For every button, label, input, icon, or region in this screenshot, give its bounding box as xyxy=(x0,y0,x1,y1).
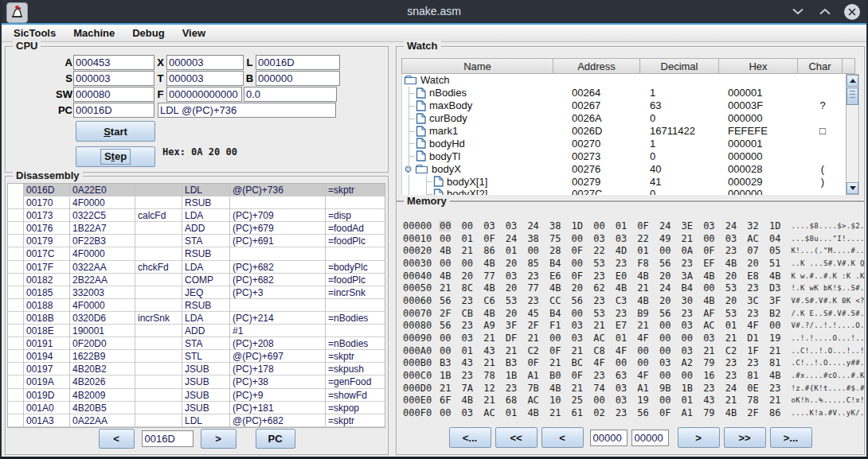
disassembly-row[interactable]: 001730322C5calcFdLDA(PC)+709=disp xyxy=(8,209,385,222)
memory-byte[interactable]: 1B xyxy=(681,383,703,394)
memory-byte[interactable]: 21 xyxy=(483,395,505,406)
memory-byte[interactable]: 2F xyxy=(439,308,461,319)
memory-byte[interactable]: 77 xyxy=(526,282,549,294)
memory-byte[interactable]: 20 xyxy=(505,258,527,269)
memory-byte[interactable]: 20 xyxy=(505,282,527,294)
memory-byte[interactable]: 53 xyxy=(505,295,527,306)
watch-row[interactable]: bodyX[1]0027941000029) xyxy=(402,175,860,188)
memory-byte[interactable]: 16 xyxy=(702,370,725,381)
disasm-address-field[interactable]: 0016D xyxy=(142,430,194,447)
tree-expander-icon[interactable] xyxy=(404,165,412,173)
memory-byte[interactable]: 03 xyxy=(615,383,637,394)
memory-byte[interactable]: 01 xyxy=(505,407,527,418)
memory-byte[interactable]: A1 xyxy=(636,383,659,394)
memory-byte[interactable]: 0F xyxy=(571,245,593,256)
disassembly-row[interactable]: 001790F22B3STA(PC)+691=foodPlc xyxy=(8,235,385,247)
step-button[interactable]: Step xyxy=(76,146,155,167)
memory-byte[interactable]: AC xyxy=(746,233,768,244)
memory-byte[interactable]: 00 xyxy=(461,220,483,231)
memory-byte[interactable]: 61 xyxy=(571,407,593,418)
memory-byte[interactable]: 23 xyxy=(746,357,768,368)
memory-byte[interactable]: E8 xyxy=(746,270,768,282)
memory-byte[interactable]: 00 xyxy=(461,258,483,269)
memory-byte[interactable]: 4B xyxy=(483,282,505,294)
memory-byte[interactable]: 20 xyxy=(461,270,483,282)
memory-byte[interactable]: 3A xyxy=(681,270,703,282)
memory-byte[interactable]: 24 xyxy=(505,233,527,244)
memory-byte[interactable]: 05 xyxy=(768,245,791,256)
disassembly-row[interactable]: 0019A4B2026JSUB(PC)+38=genFood xyxy=(8,375,385,388)
memory-byte[interactable]: 00 xyxy=(439,233,461,244)
scroll-down-button[interactable] xyxy=(846,182,858,194)
memory-byte[interactable]: 03 xyxy=(571,320,593,331)
memory-byte[interactable]: 03 xyxy=(483,220,505,231)
memory-byte[interactable]: 03 xyxy=(615,395,637,406)
watch-row[interactable]: maxBody002676300003F? xyxy=(402,99,860,112)
menu-sictools[interactable]: SicTools xyxy=(5,25,65,41)
memory-prev-button[interactable]: < xyxy=(542,427,584,448)
watch-row[interactable]: mark10026D16711422FEFEFE□ xyxy=(402,125,860,138)
memory-byte[interactable]: 01 xyxy=(461,345,483,356)
memory-byte[interactable]: B4 xyxy=(549,308,571,319)
disassembly-row[interactable]: 001910F20D0STA(PC)+208=nBodies xyxy=(8,337,385,350)
memory-byte[interactable]: 21 xyxy=(439,282,461,294)
watch-col-decimal[interactable]: Decimal xyxy=(639,58,719,74)
memory-byte[interactable]: 20 xyxy=(505,308,527,319)
memory-byte[interactable]: 19 xyxy=(768,333,791,344)
disassembly-row[interactable]: 00185332003JEQ(PC)+3=incrSnk xyxy=(8,286,385,299)
disasm-goto-pc-button[interactable]: PC xyxy=(256,429,295,449)
memory-byte[interactable]: 00 xyxy=(702,282,725,294)
watch-col-hex[interactable]: Hex xyxy=(718,58,798,74)
memory-byte[interactable]: AC xyxy=(483,407,505,418)
memory-byte[interactable]: 01 xyxy=(615,333,637,344)
memory-byte[interactable]: 4F xyxy=(592,357,615,368)
memory-byte[interactable]: 4F xyxy=(615,345,637,356)
memory-byte[interactable]: 00 xyxy=(659,245,681,256)
register-field[interactable]: 0.0 xyxy=(244,87,337,102)
memory-byte[interactable]: 21 xyxy=(768,345,791,356)
memory-byte[interactable]: 21 xyxy=(549,407,571,418)
watch-row[interactable]: bodyX0027640000028( xyxy=(402,162,860,175)
memory-byte[interactable]: 38 xyxy=(549,220,571,231)
menu-machine[interactable]: Machine xyxy=(65,25,123,41)
disassembly-row[interactable]: 0019D4B2009JSUB(PC)+9=showFd xyxy=(8,389,385,402)
memory-byte[interactable]: C2 xyxy=(725,345,747,356)
memory-byte[interactable]: 1F xyxy=(746,345,768,356)
memory-byte[interactable]: 00 xyxy=(571,308,593,319)
memory-byte[interactable]: 00 xyxy=(768,320,791,331)
memory-byte[interactable]: 4B xyxy=(768,270,791,282)
start-button[interactable]: Start xyxy=(76,121,155,142)
memory-byte[interactable]: 23 xyxy=(681,258,703,269)
memory-byte[interactable]: 03 xyxy=(702,333,725,344)
memory-byte[interactable]: C8 xyxy=(592,345,615,356)
memory-byte[interactable]: 4B xyxy=(483,308,505,319)
memory-byte[interactable]: E6 xyxy=(549,270,571,282)
disassembly-row[interactable]: 0018B0320D6incrSnkLDA(PC)+214=nBodies xyxy=(8,312,385,325)
memory-byte[interactable]: 24 xyxy=(725,383,747,394)
memory-byte[interactable]: 23 xyxy=(746,282,768,294)
memory-byte[interactable]: 2F xyxy=(746,407,768,418)
memory-byte[interactable]: 0F xyxy=(702,245,725,256)
memory-byte[interactable]: 0A xyxy=(681,245,703,256)
watch-col-char[interactable]: Char xyxy=(797,58,843,74)
memory-byte[interactable]: 0F xyxy=(483,233,505,244)
memory-byte[interactable]: 43 xyxy=(461,357,483,368)
memory-byte[interactable]: 23 xyxy=(702,383,725,394)
memory-byte[interactable]: 23 xyxy=(746,308,768,319)
memory-byte[interactable]: 21 xyxy=(549,357,571,368)
memory-byte[interactable]: 00 xyxy=(439,333,461,344)
memory-byte[interactable]: 23 xyxy=(725,245,747,256)
memory-byte[interactable]: 00 xyxy=(659,320,681,331)
memory-byte[interactable]: 25 xyxy=(571,395,593,406)
disassembly-row[interactable]: 001A04B20B5JSUB(PC)+181=skpop xyxy=(8,402,385,414)
memory-byte[interactable]: AC xyxy=(526,395,549,406)
memory-byte[interactable]: 20 xyxy=(746,258,768,269)
memory-byte[interactable]: 4B xyxy=(702,295,725,306)
memory-byte[interactable]: 01 xyxy=(505,245,527,256)
menu-view[interactable]: View xyxy=(174,25,214,41)
memory-byte[interactable]: F1 xyxy=(549,320,571,331)
maximize-button[interactable] xyxy=(817,4,833,20)
memory-byte[interactable]: 75 xyxy=(549,233,571,244)
memory-byte[interactable]: 1D xyxy=(571,220,593,231)
memory-byte[interactable]: 3C xyxy=(746,295,768,306)
